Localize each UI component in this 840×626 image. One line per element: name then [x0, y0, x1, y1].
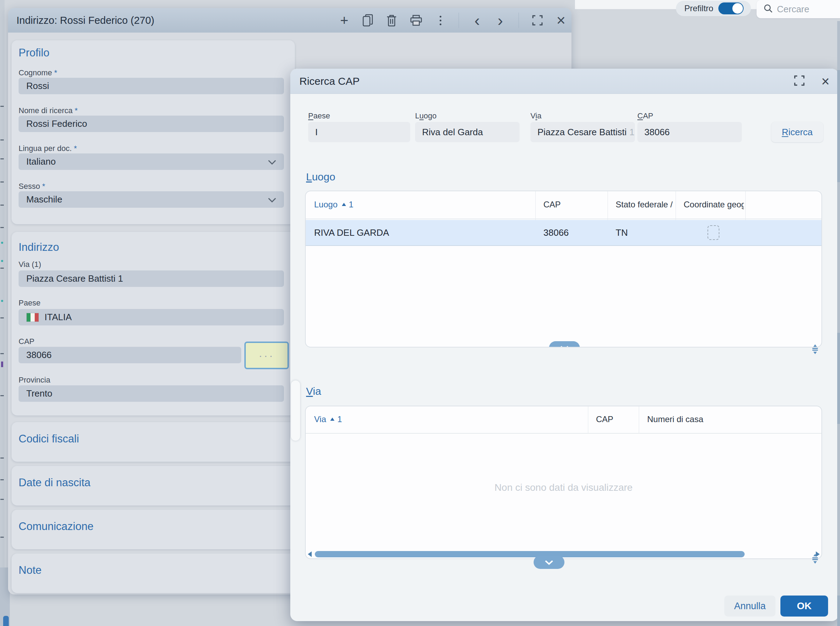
via-panel-resize-handle[interactable] — [810, 554, 820, 564]
dialog-luogo-label: Luogo — [415, 111, 436, 121]
dialog-cap-label: CAP — [637, 111, 653, 121]
sesso-select[interactable]: Maschile — [19, 191, 284, 208]
chevron-down-icon — [545, 560, 554, 565]
prefilter-pill: Prefiltro — [676, 1, 751, 16]
section-card-note[interactable]: Note — [12, 554, 295, 593]
global-search-box — [757, 0, 840, 18]
nome-di-ricerca-label: Nome di ricerca* — [19, 106, 78, 115]
provincia-label: Provincia — [19, 376, 50, 385]
luogo-scroll-down-button[interactable] — [549, 341, 580, 347]
section-card-date-di-nascita[interactable]: Date di nascita — [12, 466, 295, 505]
dialog-close-icon[interactable]: × — [821, 74, 829, 88]
dialog-via-input[interactable]: Piazza Cesare Battisti1 — [531, 122, 635, 142]
lingua-select[interactable]: Italiano — [19, 153, 284, 170]
cell-stato: TN — [615, 227, 628, 238]
cell-luogo: RIVA DEL GARDA — [314, 227, 389, 238]
section-card-codici-fiscali[interactable]: Codici fiscali — [12, 422, 295, 462]
dialog-via-label: Via — [531, 111, 541, 121]
more-options-icon[interactable] — [435, 13, 445, 28]
add-icon[interactable]: + — [339, 13, 349, 28]
cognome-label: Cognome* — [19, 68, 57, 77]
via-horizontal-scrollbar-thumb[interactable] — [315, 551, 745, 557]
via-scroll-down-button[interactable] — [534, 556, 564, 569]
dialog-luogo-input[interactable]: Riva del Garda — [415, 122, 520, 142]
bottom-left-blue-fragment — [3, 616, 9, 626]
profilo-title: Profilo — [19, 47, 49, 59]
toolbar-divider — [518, 13, 519, 28]
column-header-cap[interactable]: CAP — [596, 415, 613, 424]
dialog-cap-input[interactable]: 38066 — [637, 122, 742, 142]
window-toolbar: + ‹ › × — [339, 8, 566, 33]
sesso-label: Sesso* — [19, 182, 45, 191]
profilo-card: Profilo Cognome* Rossi Nome di ricerca* … — [12, 40, 295, 224]
cognome-input[interactable]: Rossi — [19, 78, 284, 94]
section-title: Note — [19, 564, 41, 577]
ricerca-cap-dialog: Ricerca CAP × Paese I Luogo Riva del Gar… — [290, 69, 838, 621]
luogo-panel-title: Luogo — [306, 171, 335, 183]
previous-record-icon[interactable]: ‹ — [472, 13, 482, 28]
luogo-table: Luogo1 CAP Stato federale / P Coordinate… — [305, 191, 822, 347]
chevron-down-icon — [268, 194, 276, 205]
paese-input[interactable]: ITALIA — [19, 309, 284, 326]
chevron-down-icon — [560, 346, 569, 348]
next-record-icon[interactable]: › — [495, 13, 505, 28]
cap-lookup-button[interactable]: ··· — [244, 341, 289, 369]
duplicate-icon[interactable] — [363, 13, 373, 28]
search-input[interactable] — [777, 4, 829, 15]
annulla-button[interactable]: Annulla — [724, 596, 776, 617]
cap-label: CAP — [19, 337, 35, 346]
delete-icon[interactable] — [386, 13, 397, 28]
sort-asc-icon — [342, 203, 346, 206]
via-empty-state-text: Non ci sono dati da visualizzare — [306, 482, 821, 493]
left-edge-strip — [0, 0, 5, 626]
column-header-via[interactable]: Via1 — [314, 415, 342, 424]
print-icon[interactable] — [410, 13, 422, 28]
section-title: Comunicazione — [19, 520, 94, 533]
via-input[interactable]: Piazza Cesare Battisti 1 — [19, 271, 284, 287]
via-panel-title: Via — [306, 385, 321, 397]
nome-di-ricerca-input[interactable]: Rossi Federico — [19, 116, 284, 132]
provincia-input[interactable]: Trento — [19, 385, 284, 402]
toggle-knob — [732, 3, 743, 14]
via-label: Via (1) — [19, 260, 41, 269]
indirizzo-title: Indirizzo — [19, 241, 59, 254]
ok-button[interactable]: OK — [780, 596, 828, 617]
section-title: Date di nascita — [19, 476, 91, 489]
coordinates-checkbox[interactable] — [708, 225, 719, 240]
prefilter-toggle[interactable] — [718, 2, 744, 14]
column-header-numeri-di-casa[interactable]: Numeri di casa — [647, 415, 703, 424]
prefilter-label: Prefiltro — [685, 3, 713, 13]
dialog-title: Ricerca CAP — [299, 75, 360, 87]
fullscreen-icon[interactable] — [532, 13, 543, 28]
indirizzo-card: Indirizzo Via (1) Piazza Cesare Battisti… — [12, 232, 295, 415]
right-edge-strip — [837, 21, 840, 626]
toolbar-divider — [458, 13, 459, 28]
luogo-result-row[interactable]: RIVA DEL GARDA 38066 TN — [306, 220, 821, 246]
column-header-stato-federale[interactable]: Stato federale / P — [615, 200, 675, 210]
close-window-icon[interactable]: × — [556, 13, 566, 28]
ricerca-button[interactable]: Ricerca — [771, 122, 823, 142]
column-header-cap[interactable]: CAP — [543, 200, 561, 210]
hscroll-left-arrow-icon[interactable] — [308, 551, 312, 557]
via-table-header-row: Via1 CAP Numeri di casa — [306, 406, 821, 434]
column-header-luogo[interactable]: Luogo1 — [314, 200, 353, 210]
luogo-panel-resize-handle[interactable] — [810, 344, 820, 355]
sort-asc-icon — [330, 418, 334, 421]
section-card-comunicazione[interactable]: Comunicazione — [12, 510, 295, 549]
via-table: Via1 CAP Numeri di casa Non ci sono dati… — [305, 406, 822, 559]
chevron-down-icon — [268, 156, 276, 167]
column-header-coordinate[interactable]: Coordinate geogr — [684, 200, 744, 210]
luogo-table-header-row: Luogo1 CAP Stato federale / P Coordinate… — [306, 191, 821, 219]
cell-cap: 38066 — [543, 227, 568, 238]
dialog-paese-input[interactable]: I — [308, 122, 410, 142]
cap-input[interactable]: 38066 — [19, 347, 241, 363]
paese-label: Paese — [19, 299, 40, 308]
dialog-paese-label: Paese — [308, 111, 330, 121]
dialog-titlebar: Ricerca CAP × — [290, 69, 838, 94]
window-vertical-scrollbar-thumb[interactable] — [291, 380, 300, 441]
section-title: Codici fiscali — [19, 433, 79, 445]
lingua-label: Lingua per doc.* — [19, 144, 77, 153]
search-icon — [763, 4, 773, 14]
dialog-fullscreen-icon[interactable] — [794, 75, 805, 87]
window-title: Indirizzo: Rossi Federico (270) — [16, 15, 154, 26]
